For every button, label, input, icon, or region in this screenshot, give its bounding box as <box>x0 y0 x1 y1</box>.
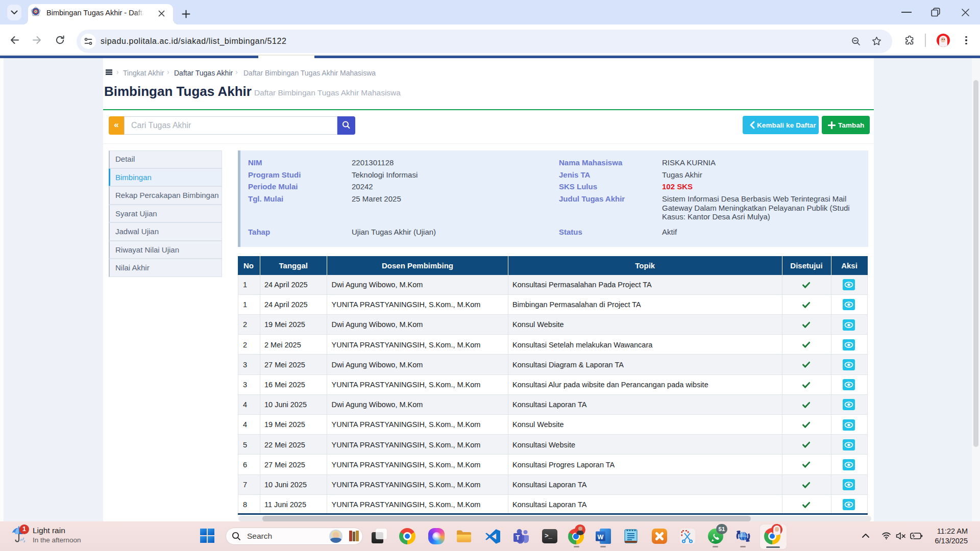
svg-text:T: T <box>516 534 520 541</box>
svg-text:W: W <box>598 534 604 541</box>
